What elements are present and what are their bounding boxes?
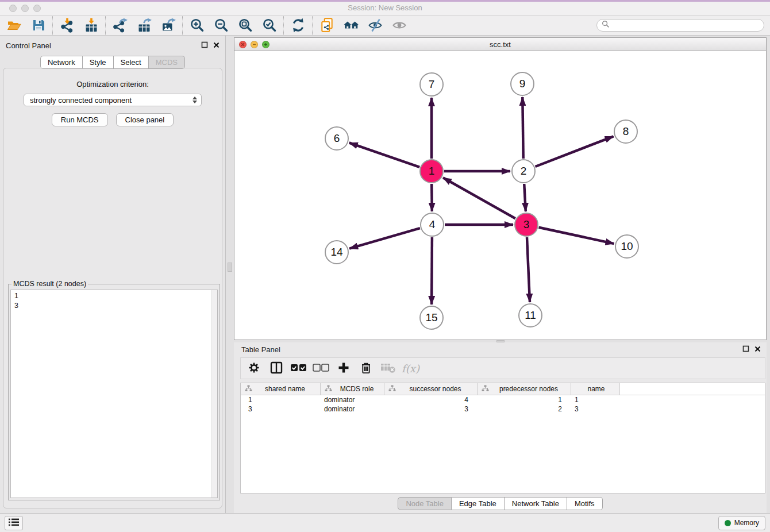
column-header-label: shared name — [252, 385, 318, 393]
graph-node-3[interactable]: 3 — [514, 213, 538, 237]
graph-node-8[interactable]: 8 — [614, 119, 638, 144]
network-window-title: scc.txt — [234, 40, 766, 49]
select-all-checkboxes-icon — [290, 363, 307, 374]
export-table-button[interactable] — [132, 17, 156, 34]
graph-edge-2-9[interactable] — [522, 97, 523, 159]
export-network-button[interactable] — [108, 17, 132, 34]
graph-node-7[interactable]: 7 — [419, 72, 444, 97]
split-panel-button[interactable] — [265, 359, 287, 377]
zoom-fit-icon — [238, 18, 253, 33]
close-panel-button[interactable]: Close panel — [116, 113, 174, 126]
zoom-out-button[interactable] — [209, 17, 233, 34]
tab-mcds[interactable]: MCDS — [149, 56, 185, 69]
hide-selected-button[interactable] — [363, 17, 387, 34]
hierarchy-icon — [482, 385, 489, 394]
graph-node-15[interactable]: 15 — [419, 306, 444, 330]
graph-node-6[interactable]: 6 — [325, 126, 349, 151]
hierarchy-icon — [388, 385, 396, 394]
criterion-dropdown[interactable]: strongly connected component — [24, 94, 202, 106]
table-cell-filler — [620, 395, 765, 404]
import-table-button[interactable] — [79, 17, 103, 34]
add-column-button[interactable] — [333, 359, 354, 377]
import-network-button[interactable] — [55, 17, 79, 34]
tab-style[interactable]: Style — [83, 56, 114, 69]
minimize-window-button[interactable] — [21, 5, 29, 12]
search-icon — [602, 20, 610, 30]
column-header-shared-name[interactable]: shared name — [241, 383, 321, 395]
add-column-icon — [337, 361, 351, 376]
graph-edge-1-6[interactable] — [349, 143, 420, 167]
column-header-name[interactable]: name — [571, 383, 620, 395]
graph-node-4[interactable]: 4 — [420, 213, 444, 237]
control-panel-close-button[interactable] — [213, 41, 220, 50]
graph-node-14[interactable]: 14 — [325, 240, 349, 264]
graph-edge-2-8[interactable] — [536, 136, 614, 167]
graph-edge-4-14[interactable] — [349, 228, 420, 249]
save-session-button[interactable] — [26, 17, 51, 34]
vertical-splitter-handle[interactable] — [228, 263, 232, 272]
memory-button[interactable]: Memory — [718, 516, 765, 530]
open-session-button[interactable] — [2, 17, 26, 34]
memory-status-icon — [725, 520, 731, 526]
delete-column-button[interactable] — [355, 359, 376, 377]
mcds-result-area[interactable]: 1 3 — [10, 290, 218, 498]
control-panel-float-button[interactable] — [201, 41, 208, 50]
toolbar-separator — [312, 16, 313, 35]
show-hidden-button[interactable] — [387, 17, 411, 34]
graph-edge-4-15[interactable] — [432, 237, 432, 304]
zoom-fit-button[interactable] — [233, 17, 257, 34]
window-top-accent — [0, 0, 770, 2]
graph-edge-3-11[interactable] — [527, 237, 530, 302]
export-image-button[interactable] — [156, 17, 180, 34]
tab-node-table[interactable]: Node Table — [398, 497, 452, 510]
run-mcds-button[interactable]: Run MCDS — [52, 113, 108, 126]
zoom-in-button[interactable] — [185, 17, 209, 34]
network-view-window: scc.txt 7968124314101511 — [234, 37, 767, 340]
table-panel-float-button[interactable] — [742, 345, 749, 354]
search-box[interactable] — [596, 19, 764, 32]
table-row[interactable]: 1dominator411 — [241, 395, 765, 404]
apply-layout-button[interactable] — [286, 17, 310, 34]
horizontal-splitter[interactable] — [234, 340, 767, 342]
zoom-selected-button[interactable] — [257, 17, 282, 34]
tab-motifs[interactable]: Motifs — [567, 497, 603, 510]
network-close-button[interactable] — [239, 41, 247, 48]
zoom-selected-icon — [262, 18, 277, 33]
table-settings-button[interactable] — [243, 359, 264, 377]
network-zoom-button[interactable] — [262, 41, 270, 48]
graph-node-1[interactable]: 1 — [419, 159, 444, 183]
network-window-titlebar: scc.txt — [234, 38, 766, 51]
show-all-button[interactable] — [339, 17, 363, 34]
graph-node-9[interactable]: 9 — [510, 72, 534, 96]
mcds-result-scrollbar[interactable] — [211, 290, 217, 498]
table-panel-close-button[interactable] — [754, 345, 761, 354]
vertical-splitter[interactable] — [226, 36, 234, 513]
graph-edge-2-3[interactable] — [524, 184, 526, 211]
column-header-predecessor-nodes[interactable]: predecessor nodes — [478, 383, 571, 395]
deselect-all-checkboxes-button[interactable] — [310, 359, 332, 377]
network-minimize-button[interactable] — [251, 41, 258, 48]
graph-edge-1-4[interactable] — [432, 184, 432, 211]
network-canvas[interactable]: 7968124314101511 — [234, 51, 766, 340]
horizontal-splitter-handle[interactable] — [496, 340, 505, 342]
table-settings-icon — [247, 361, 261, 376]
table-row[interactable]: 3dominator323 — [241, 404, 765, 414]
graph-node-10[interactable]: 10 — [615, 234, 639, 259]
split-panel-icon — [270, 361, 283, 376]
graph-edge-3-1[interactable] — [443, 178, 515, 218]
select-all-checkboxes-button[interactable] — [288, 359, 309, 377]
tab-network[interactable]: Network — [40, 56, 83, 69]
column-header-mcds-role[interactable]: MCDS role — [321, 383, 384, 395]
graph-edge-3-10[interactable] — [539, 228, 614, 244]
column-header-successor-nodes[interactable]: successor nodes — [384, 383, 478, 395]
tab-network-table[interactable]: Network Table — [505, 497, 567, 510]
tab-edge-table[interactable]: Edge Table — [452, 497, 505, 510]
graph-node-11[interactable]: 11 — [518, 303, 542, 327]
graph-node-2[interactable]: 2 — [511, 159, 536, 183]
tab-select[interactable]: Select — [114, 56, 149, 69]
close-window-button[interactable] — [9, 5, 17, 12]
task-history-button[interactable] — [5, 516, 23, 530]
search-input[interactable] — [613, 21, 759, 30]
maximize-window-button[interactable] — [33, 5, 41, 12]
network-from-selection-button[interactable] — [315, 17, 339, 34]
